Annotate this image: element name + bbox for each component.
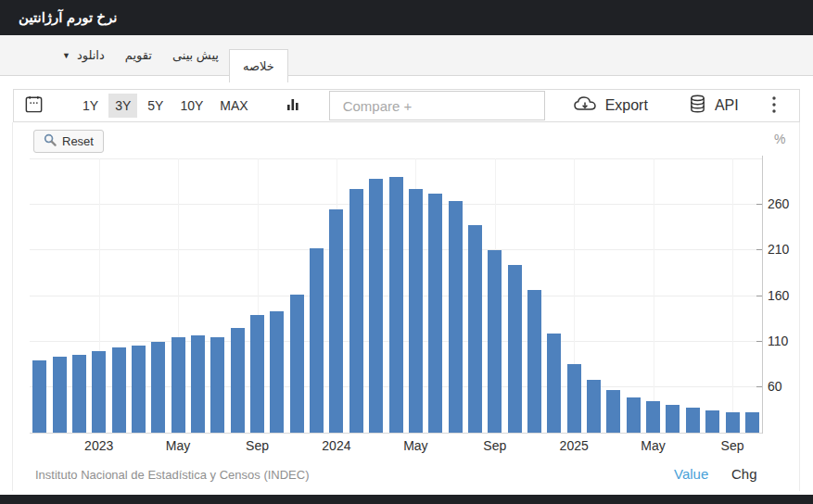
value-toggle-link[interactable]: Value xyxy=(674,466,708,482)
tab-label: خلاصه xyxy=(243,59,274,73)
container-border-left xyxy=(12,122,13,491)
range-button-max[interactable]: MAX xyxy=(213,94,254,118)
bar[interactable] xyxy=(606,390,620,433)
cloud-download-icon xyxy=(573,94,597,117)
bar[interactable] xyxy=(389,177,403,433)
y-axis-tick xyxy=(756,386,762,387)
bar[interactable] xyxy=(72,355,86,433)
y-axis-tick xyxy=(756,296,762,296)
bar[interactable] xyxy=(231,328,245,434)
chart-region: Reset 601101602102602023MaySep2024MaySep… xyxy=(0,122,813,504)
bar[interactable] xyxy=(646,401,660,433)
x-axis-tick-label: Sep xyxy=(246,438,269,453)
source-attribution: Instituto Nacional de Estadística y Cens… xyxy=(35,468,310,482)
reset-button-label: Reset xyxy=(62,134,94,148)
y-axis-tick-label: 60 xyxy=(768,379,782,394)
bar[interactable] xyxy=(428,194,442,433)
calendar-icon xyxy=(23,94,44,118)
x-axis-tick-label: Sep xyxy=(483,438,506,453)
bar[interactable] xyxy=(171,337,185,434)
bar[interactable] xyxy=(210,337,224,433)
bar[interactable] xyxy=(666,405,680,433)
bar[interactable] xyxy=(686,408,700,433)
compare-input[interactable] xyxy=(329,91,545,120)
range-button-1y[interactable]: 1Y xyxy=(76,94,105,118)
page-title: نرخ تورم آرژانتین xyxy=(19,9,117,26)
date-range-calendar-button[interactable] xyxy=(21,92,46,120)
caret-down-icon: ▼ xyxy=(62,51,70,60)
chart-toolbar: 1Y3Y5Y10YMAX Export xyxy=(13,89,800,122)
bar[interactable] xyxy=(290,295,304,433)
y-axis-tick-label: 160 xyxy=(768,288,789,303)
v-gridline xyxy=(732,158,733,433)
app-header: نرخ تورم آرژانتین xyxy=(0,0,813,35)
bar[interactable] xyxy=(151,342,165,433)
bar[interactable] xyxy=(112,347,126,433)
x-axis-tick-label: May xyxy=(166,438,190,453)
bar[interactable] xyxy=(449,201,463,433)
tab-download[interactable]: ▼دانلود xyxy=(52,35,115,75)
x-axis-tick-label: 2025 xyxy=(560,438,589,453)
y-axis-tick-label: 210 xyxy=(768,242,789,257)
bar[interactable] xyxy=(726,412,740,433)
y-axis-tick-label: 260 xyxy=(768,196,789,211)
bar[interactable] xyxy=(488,250,502,433)
bar[interactable] xyxy=(705,410,719,433)
bottom-section-strip xyxy=(0,495,813,504)
range-button-10y[interactable]: 10Y xyxy=(173,94,210,118)
x-axis-tick-label: 2024 xyxy=(322,438,350,453)
bar[interactable] xyxy=(587,380,601,433)
bar[interactable] xyxy=(627,397,641,433)
export-button-label: Export xyxy=(605,97,648,114)
bar[interactable] xyxy=(250,315,264,433)
x-axis-tick-label: Sep xyxy=(721,438,744,453)
tab-list: خلاصهپیش بینیتقویم▼دانلود xyxy=(52,35,288,75)
tab-bar: خلاصهپیش بینیتقویم▼دانلود xyxy=(0,35,813,76)
y-axis-tick xyxy=(756,249,762,250)
bar[interactable] xyxy=(468,225,482,433)
bar[interactable] xyxy=(349,189,363,433)
reset-zoom-button[interactable]: Reset xyxy=(33,130,104,153)
database-icon xyxy=(689,94,706,118)
bar[interactable] xyxy=(310,248,324,433)
x-axis-tick-label: May xyxy=(403,438,427,453)
chg-toggle-link[interactable]: Chg xyxy=(731,466,757,482)
x-axis-line xyxy=(30,433,762,434)
v-gridline xyxy=(654,158,654,433)
container-border-right xyxy=(799,122,800,491)
x-axis-tick-label: 2023 xyxy=(84,438,113,453)
bar[interactable] xyxy=(508,265,522,433)
bar[interactable] xyxy=(92,351,106,433)
more-options-button[interactable] xyxy=(769,94,779,119)
bar[interactable] xyxy=(32,360,46,433)
tab-label: پیش بینی xyxy=(172,48,219,62)
bar-chart-icon xyxy=(285,96,301,116)
export-button[interactable]: Export xyxy=(573,94,648,117)
x-axis-tick-label: May xyxy=(641,438,665,453)
bar[interactable] xyxy=(409,189,423,433)
h-gridline xyxy=(30,158,762,159)
y-axis-tick xyxy=(756,341,762,342)
bar[interactable] xyxy=(369,179,383,433)
api-button[interactable]: API xyxy=(689,94,739,118)
bar[interactable] xyxy=(132,346,146,433)
tab-label: دانلود xyxy=(77,48,105,62)
api-button-label: API xyxy=(715,97,739,114)
bar[interactable] xyxy=(567,364,581,433)
kebab-menu-icon xyxy=(771,95,777,117)
range-button-group: 1Y3Y5Y10YMAX xyxy=(76,94,259,118)
y-axis-line xyxy=(762,156,763,434)
bar[interactable] xyxy=(53,357,67,433)
bar[interactable] xyxy=(329,209,343,433)
bar[interactable] xyxy=(270,311,284,434)
tab-calendar[interactable]: تقویم xyxy=(115,35,162,75)
tab-summary[interactable]: خلاصه xyxy=(229,49,288,82)
bar[interactable] xyxy=(191,335,205,433)
range-button-3y[interactable]: 3Y xyxy=(108,94,137,118)
bar[interactable] xyxy=(745,412,759,433)
chart-type-button[interactable] xyxy=(283,94,303,118)
bar[interactable] xyxy=(527,290,541,433)
range-button-5y[interactable]: 5Y xyxy=(141,94,170,118)
bar[interactable] xyxy=(547,334,561,433)
tab-forecast[interactable]: پیش بینی xyxy=(162,35,229,75)
